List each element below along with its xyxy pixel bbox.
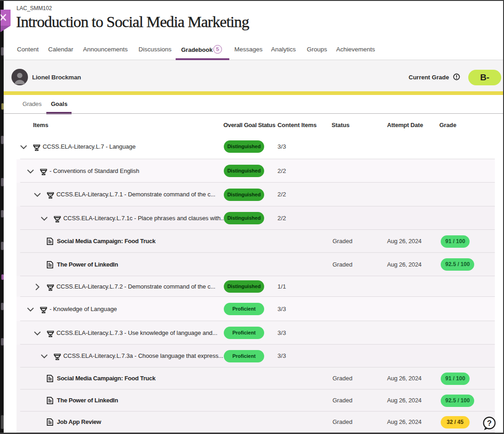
svg-text:?: ? — [487, 419, 492, 427]
